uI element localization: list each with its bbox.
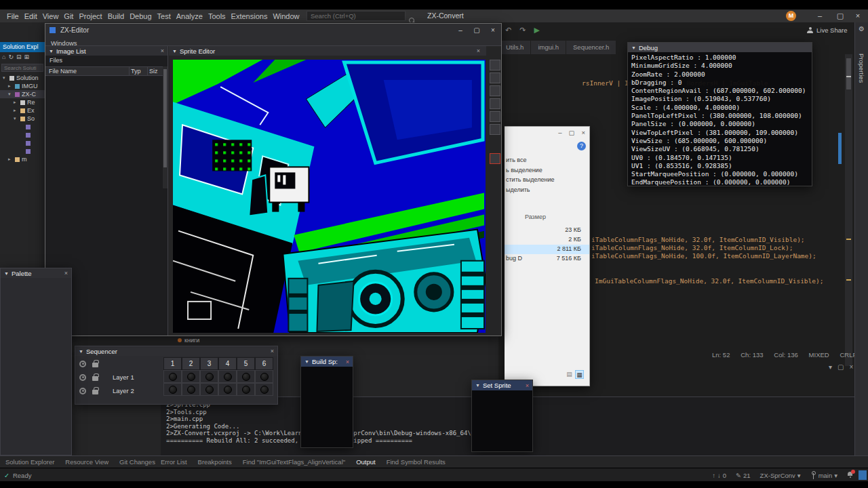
frame-column-header[interactable]: 2 xyxy=(182,357,200,370)
sprite-editor-header[interactable]: ▼ Sprite Editor × xyxy=(169,46,486,56)
collapse-icon[interactable]: ▼ xyxy=(304,359,309,364)
maximize-panel-icon[interactable]: ▢ xyxy=(837,363,844,371)
frame-cell[interactable] xyxy=(255,370,273,383)
collapse-icon[interactable]: ▼ xyxy=(49,49,54,54)
menu-item[interactable]: Help xyxy=(302,10,304,22)
refresh-icon[interactable]: ↻ xyxy=(8,54,16,60)
pending-edits[interactable]: ✎21 xyxy=(736,472,751,479)
debug-header[interactable]: ▼ Debug xyxy=(628,43,812,52)
scrollbar-thumb[interactable] xyxy=(846,58,851,89)
image-list-header[interactable]: ▼ Image List × xyxy=(45,46,167,56)
frame-cell[interactable] xyxy=(237,383,255,396)
panel-tab[interactable]: Breakpoints xyxy=(198,456,232,468)
notifications[interactable] xyxy=(847,472,853,479)
zx-titlebar[interactable]: ZX-Editor – ▢ × xyxy=(45,24,501,36)
tree-item[interactable] xyxy=(0,131,45,139)
layer1-label[interactable]: Layer 1 xyxy=(113,373,134,381)
zx-close-button[interactable]: × xyxy=(485,26,501,34)
expander-icon[interactable]: ▾ xyxy=(3,75,7,81)
file-row[interactable]: 2 КБ xyxy=(505,235,589,245)
sprite-canvas[interactable] xyxy=(173,60,486,333)
lock-icon[interactable] xyxy=(92,363,98,367)
menu-item[interactable]: Edit xyxy=(22,10,40,22)
maximize-icon[interactable]: ▢ xyxy=(568,129,574,136)
panel-tab[interactable]: Find Symbol Results xyxy=(387,456,446,468)
frame-cell[interactable] xyxy=(182,383,200,396)
tree-item[interactable] xyxy=(0,147,45,155)
maximize-button[interactable]: ▢ xyxy=(831,9,849,22)
zx-maximize-button[interactable]: ▢ xyxy=(469,26,485,34)
size-column-header[interactable]: Размер xyxy=(525,214,546,220)
ribbon-item[interactable]: ить все xyxy=(505,155,589,165)
close-icon[interactable]: × xyxy=(526,382,529,389)
frame-column-header[interactable]: 3 xyxy=(200,357,218,370)
menu-item[interactable]: File xyxy=(4,10,22,22)
feedback-icon[interactable] xyxy=(859,470,867,480)
redo-icon[interactable]: ↷ xyxy=(519,26,526,35)
avatar[interactable]: M xyxy=(786,11,796,21)
tool-button-line[interactable] xyxy=(490,98,500,109)
expander-icon[interactable]: ▸ xyxy=(8,157,13,162)
expander-icon[interactable]: ▾ xyxy=(8,92,13,97)
file-row[interactable]: 2 811 КБ xyxy=(505,245,589,254)
collapse-icon[interactable]: ▼ xyxy=(475,383,480,388)
tree-item[interactable]: ▸ Re xyxy=(0,98,45,106)
column-file-name[interactable]: File Name xyxy=(45,67,129,75)
tool-button-move[interactable] xyxy=(490,124,500,135)
menu-item[interactable]: Test xyxy=(155,10,174,22)
list-view-icon[interactable]: ▤ xyxy=(565,370,574,379)
ribbon-item[interactable]: стить выделение xyxy=(505,175,589,185)
menu-item[interactable]: Git xyxy=(61,10,76,22)
menu-item[interactable]: Extensions xyxy=(229,10,271,22)
close-icon[interactable]: × xyxy=(161,47,164,54)
expander-icon[interactable]: ▸ xyxy=(14,100,18,105)
frame-cell[interactable] xyxy=(163,370,182,383)
live-share[interactable]: Live Share xyxy=(807,26,847,34)
collapse-icon[interactable]: ▼ xyxy=(79,349,83,354)
tool-button-pencil[interactable] xyxy=(490,60,500,70)
minimize-button[interactable]: – xyxy=(811,9,829,22)
menu-item[interactable]: Build xyxy=(105,10,127,22)
add-icon[interactable]: ⊞ xyxy=(24,54,33,60)
frame-column-header[interactable]: 5 xyxy=(237,357,255,370)
menu-item[interactable]: Window xyxy=(270,10,302,22)
collapse-icon[interactable]: ▼ xyxy=(172,49,177,54)
frame-cell[interactable] xyxy=(200,383,218,396)
expander-icon[interactable]: ▸ xyxy=(14,108,18,113)
repo-selector[interactable]: ZX-SprConv▾ xyxy=(760,472,801,479)
detail-view-icon[interactable]: ▦ xyxy=(575,370,584,379)
lock-icon[interactable] xyxy=(92,390,98,394)
frame-cell[interactable] xyxy=(218,383,237,396)
build-sprite-header[interactable]: ▼ Build Sp: × xyxy=(301,357,353,367)
tool-button-rect[interactable] xyxy=(490,111,500,122)
record-icon[interactable] xyxy=(79,361,86,367)
tool-window-tab[interactable]: Git Changes xyxy=(119,456,155,468)
gear-icon[interactable]: ⚙ xyxy=(855,25,868,33)
column-type[interactable]: Typ xyxy=(129,67,147,75)
panel-tab[interactable]: Error List xyxy=(161,456,187,468)
tool-button-select[interactable] xyxy=(490,85,500,96)
tree-item[interactable]: ▾ Solution xyxy=(0,74,45,82)
menu-item[interactable]: View xyxy=(40,10,62,22)
solution-search-input[interactable] xyxy=(1,64,43,72)
lock-icon[interactable] xyxy=(92,376,98,381)
palette-header[interactable]: ▼ Palette × xyxy=(1,268,71,278)
frame-cell[interactable] xyxy=(182,370,200,383)
collapse-icon[interactable]: ⊟ xyxy=(16,54,24,60)
tree-item[interactable]: ▾ So xyxy=(0,115,45,123)
close-icon[interactable]: × xyxy=(581,129,585,136)
column-size[interactable]: Siz xyxy=(147,67,163,75)
properties-tab[interactable]: Properties xyxy=(858,54,865,83)
image-list-scrollbar[interactable] xyxy=(163,66,167,188)
menu-item[interactable]: Analyze xyxy=(174,10,205,22)
file-row[interactable]: 23 КБ xyxy=(505,226,589,235)
global-search-input[interactable] xyxy=(307,11,406,21)
frame-cell[interactable] xyxy=(200,370,218,383)
collapse-icon[interactable]: ▼ xyxy=(631,45,636,50)
menu-item[interactable]: Tools xyxy=(205,10,229,22)
sync-status[interactable]: ↑↓0 xyxy=(712,472,726,479)
record-icon[interactable] xyxy=(79,374,86,381)
expander-icon[interactable]: ▾ xyxy=(14,116,18,121)
frame-cell[interactable] xyxy=(237,370,255,383)
tree-item[interactable]: ▸ Ex xyxy=(0,106,45,115)
